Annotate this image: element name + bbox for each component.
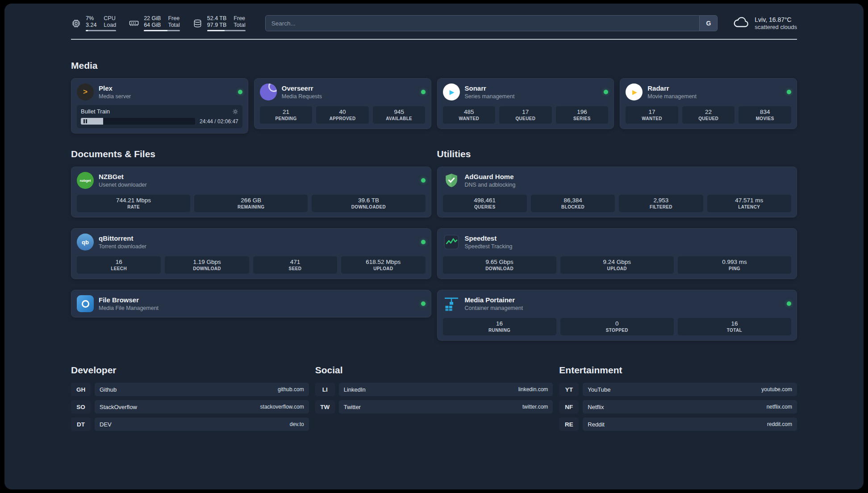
bookmark-link-dev[interactable]: DEV dev.to xyxy=(95,418,309,431)
ram-metric: 22 GiB Free 64 GiB Total xyxy=(129,15,180,31)
bookmark-abbr: SO xyxy=(71,400,91,414)
overseerr-stats: 21 PENDING 40 APPROVED 945 AVAILABLE xyxy=(260,106,426,124)
top-bar: 7% CPU 3.24 Load xyxy=(71,15,797,31)
section-title-utilities: Utilities xyxy=(437,149,797,159)
stat-filtered: 2,953 FILTERED xyxy=(619,195,703,212)
stat-value: 618.52 Mbps xyxy=(342,259,424,265)
bookmark-url: youtube.com xyxy=(761,386,792,393)
cpu-progress-fill xyxy=(86,30,88,31)
stat-latency: 47.571 ms LATENCY xyxy=(707,195,791,212)
topbar-divider xyxy=(71,39,797,40)
stat-upload: 9.24 Gbps UPLOAD xyxy=(560,256,674,274)
bookmark-link-github[interactable]: Github github.com xyxy=(95,383,309,396)
bookmark-url: linkedin.com xyxy=(518,386,548,393)
app-card-overseerr[interactable]: Overseerr Media Requests 21 PENDING 40 A… xyxy=(254,78,431,129)
status-online-dot xyxy=(787,90,791,94)
section-title-developer: Developer xyxy=(71,365,309,376)
bookmark-row-twitter: TW Twitter twitter.com xyxy=(315,400,553,414)
stat-download: 1.19 Gbps DOWNLOAD xyxy=(165,256,249,274)
stat-value: 16 xyxy=(444,320,555,327)
cpu-progress-bar xyxy=(86,30,116,31)
disk-total-value: 97.9 TB xyxy=(207,22,227,28)
bookmark-link-linkedin[interactable]: LinkedIn linkedin.com xyxy=(339,383,553,396)
stat-wanted: 485 WANTED xyxy=(443,106,496,124)
section-developer: Developer GH Github github.com SO StackO… xyxy=(71,365,309,435)
plex-header: > Plex Media server xyxy=(77,84,242,100)
sonarr-icon: ▶ xyxy=(443,84,460,100)
portainer-header: Media Portainer Container management xyxy=(443,295,792,312)
bookmark-abbr: YT xyxy=(559,383,579,396)
app-card-qbittorrent[interactable]: qb qBittorrent Torrent downloader 16 LEE… xyxy=(71,228,431,279)
app-card-adguard[interactable]: AdGuard Home DNS and adblocking 498,461 … xyxy=(437,167,797,217)
stat-label: TOTAL xyxy=(679,328,790,333)
app-card-speedtest[interactable]: Speedtest Speedtest Tracking 9.65 Gbps D… xyxy=(437,228,797,279)
stat-value: 22 xyxy=(683,109,734,115)
app-card-plex[interactable]: > Plex Media server Bullet Train xyxy=(71,78,248,134)
status-online-dot xyxy=(604,90,608,94)
app-desc: Media File Management xyxy=(99,305,159,311)
search-input[interactable] xyxy=(266,16,700,31)
stat-queued: 17 QUEUED xyxy=(499,106,552,124)
status-online-dot xyxy=(787,301,791,306)
app-card-sonarr[interactable]: ▶ Sonarr Series management 485 WANTED xyxy=(437,78,614,129)
stat-value: 17 xyxy=(500,109,551,115)
search-engine-button[interactable]: G xyxy=(699,16,717,31)
stat-label: WANTED xyxy=(444,116,495,121)
pause-button[interactable] xyxy=(83,119,87,123)
plex-seek-row: 24:44 / 02:06:47 xyxy=(81,118,238,125)
status-online-dot xyxy=(421,301,426,306)
bookmark-link-twitter[interactable]: Twitter twitter.com xyxy=(339,400,553,414)
portainer-text: Media Portainer Container management xyxy=(465,296,523,311)
status-online-dot xyxy=(238,90,242,94)
bookmark-link-netflix[interactable]: Netflix netflix.com xyxy=(583,400,797,414)
stat-label: SERIES xyxy=(557,116,608,121)
stat-value: 945 xyxy=(374,109,425,115)
search-bar: G xyxy=(265,15,718,31)
stat-running: 16 RUNNING xyxy=(443,318,556,335)
stat-value: 0.993 ms xyxy=(679,259,790,265)
stat-wanted: 17 WANTED xyxy=(626,106,678,124)
bookmark-link-youtube[interactable]: YouTube youtube.com xyxy=(583,383,797,396)
stat-label: APPROVED xyxy=(317,116,368,121)
app-card-nzbget[interactable]: nzbget NZBGet Usenet downloader 744.21 M… xyxy=(71,167,431,217)
player-settings-button[interactable] xyxy=(232,109,238,115)
sonarr-stats: 485 WANTED 17 QUEUED 196 SERIES xyxy=(443,106,609,124)
stat-leech: 16 LEECH xyxy=(77,256,161,274)
disk-metric-body: 52.4 TB Free 97.9 TB Total xyxy=(207,15,246,31)
bookmark-link-reddit[interactable]: Reddit reddit.com xyxy=(583,418,797,431)
ram-icon xyxy=(129,18,139,29)
overseerr-header: Overseerr Media Requests xyxy=(260,84,426,100)
cpu-load-value: 3.24 xyxy=(86,22,96,28)
app-name: AdGuard Home xyxy=(465,173,516,181)
stat-label: REMAINING xyxy=(195,205,307,209)
section-title-media: Media xyxy=(71,60,797,71)
disk-metric: 52.4 TB Free 97.9 TB Total xyxy=(192,15,246,31)
nzbget-text: NZBGet Usenet downloader xyxy=(99,173,147,188)
filebrowser-header: File Browser Media File Management xyxy=(77,295,426,312)
app-card-portainer[interactable]: Media Portainer Container management 16 … xyxy=(437,290,797,341)
bookmark-name: Twitter xyxy=(344,404,361,410)
bookmark-row-netflix: NF Netflix netflix.com xyxy=(559,400,797,414)
stat-value: 485 xyxy=(444,109,495,115)
adguard-header: AdGuard Home DNS and adblocking xyxy=(443,172,792,189)
disk-progress-bar xyxy=(207,30,246,31)
qbittorrent-stats: 16 LEECH 1.19 Gbps DOWNLOAD 471 SEED 6 xyxy=(77,256,426,274)
app-card-radarr[interactable]: ▶ Radarr Movie management 17 WANTED xyxy=(620,78,797,129)
stat-label: SEED xyxy=(254,266,336,271)
stat-remaining: 266 GB REMAINING xyxy=(194,195,308,212)
radarr-icon: ▶ xyxy=(626,84,643,100)
nzbget-header: nzbget NZBGet Usenet downloader xyxy=(77,172,426,189)
stat-available: 945 AVAILABLE xyxy=(373,106,426,124)
playback-seek-bar[interactable] xyxy=(81,118,195,125)
stat-value: 1.19 Gbps xyxy=(166,259,248,265)
portainer-crane-icon xyxy=(443,295,460,312)
stat-value: 21 xyxy=(261,109,312,115)
overseerr-icon xyxy=(260,84,277,100)
bookmark-link-stackoverflow[interactable]: StackOverflow stackoverflow.com xyxy=(95,400,309,414)
stat-value: 39.6 TB xyxy=(313,197,424,204)
app-card-filebrowser[interactable]: File Browser Media File Management xyxy=(71,290,431,318)
bookmark-abbr: LI xyxy=(315,383,335,396)
stat-label: MOVIES xyxy=(739,116,790,121)
app-name: Media Portainer xyxy=(465,296,523,305)
app-desc: DNS and adblocking xyxy=(465,182,516,188)
